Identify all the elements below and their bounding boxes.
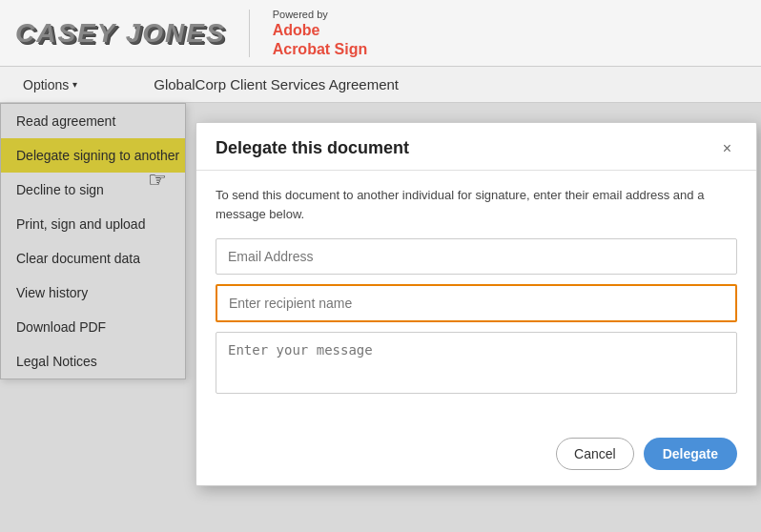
options-label: Options xyxy=(23,77,69,92)
recipient-name-field[interactable] xyxy=(216,284,737,322)
modal-description: To send this document to another individ… xyxy=(216,186,737,223)
brand-name-line1: Adobe xyxy=(273,21,368,39)
modal-title: Delegate this document xyxy=(216,138,409,158)
modal-footer: Cancel Delegate xyxy=(196,426,756,485)
document-title: GlobalCorp Client Services Agreement xyxy=(154,76,399,92)
chevron-down-icon: ▾ xyxy=(72,79,77,90)
toolbar: Options ▾ GlobalCorp Client Services Agr… xyxy=(0,67,761,103)
delegate-button[interactable]: Delegate xyxy=(644,438,737,470)
powered-by-label: Powered by xyxy=(273,8,368,21)
delegate-modal: Delegate this document × To send this do… xyxy=(195,122,757,486)
modal-close-button[interactable]: × xyxy=(717,139,737,158)
email-field[interactable] xyxy=(216,238,737,275)
modal-header: Delegate this document × xyxy=(196,123,756,171)
cancel-button[interactable]: Cancel xyxy=(556,438,634,470)
header: CASEY JONES Powered by Adobe Acrobat Sig… xyxy=(0,0,761,67)
header-divider xyxy=(249,10,250,57)
logo: CASEY JONES xyxy=(15,18,226,49)
modal-body: To send this document to another individ… xyxy=(196,171,756,426)
brand-name-line2: Acrobat Sign xyxy=(273,40,368,58)
main-content: Read agreement Delegate signing to anoth… xyxy=(0,103,761,532)
message-field[interactable] xyxy=(216,332,737,394)
powered-by-section: Powered by Adobe Acrobat Sign xyxy=(273,8,368,58)
options-button[interactable]: Options ▾ xyxy=(15,73,85,96)
